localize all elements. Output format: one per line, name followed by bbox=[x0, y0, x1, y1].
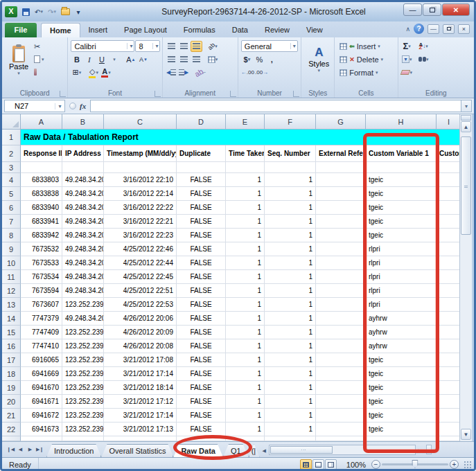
workbook-minimize-button[interactable]: — bbox=[427, 24, 439, 34]
cell-a21[interactable]: 6941672 bbox=[21, 409, 62, 423]
scroll-down-button[interactable]: ▼ bbox=[461, 429, 471, 440]
cell-b20[interactable]: 123.252.239.3 bbox=[62, 395, 104, 409]
cell-b21[interactable]: 123.252.239.3 bbox=[62, 409, 104, 423]
column-header-i[interactable]: I bbox=[437, 114, 461, 130]
cell-h14[interactable]: ayhrw bbox=[366, 312, 437, 326]
zoom-out-button[interactable]: − bbox=[371, 460, 380, 469]
cell-g15[interactable] bbox=[316, 326, 366, 339]
cell-c8[interactable]: 3/16/2012 22:23 bbox=[104, 229, 177, 242]
row-header-15[interactable]: 15 bbox=[2, 326, 21, 339]
cell-i8[interactable] bbox=[437, 229, 461, 242]
cell-f12[interactable]: 1 bbox=[265, 284, 316, 298]
cell-d14[interactable]: FALSE bbox=[177, 312, 226, 326]
cell-h16[interactable]: ayhrw bbox=[366, 339, 437, 353]
cell-e15[interactable]: 1 bbox=[226, 326, 265, 339]
cell-b12[interactable]: 49.248.34.202 bbox=[62, 284, 104, 298]
cell-f21[interactable]: 1 bbox=[265, 409, 316, 423]
align-bottom-button[interactable] bbox=[191, 41, 202, 52]
insert-function-dot[interactable] bbox=[69, 103, 76, 109]
cell-c19[interactable]: 3/21/2012 18:14 bbox=[104, 381, 177, 395]
cell-f17[interactable]: 1 bbox=[265, 353, 316, 367]
header-cell-7[interactable]: External Referrer bbox=[316, 145, 366, 162]
cell-d22[interactable]: FALSE bbox=[177, 423, 226, 436]
vertical-scroll-thumb[interactable] bbox=[461, 136, 471, 235]
row-header-10[interactable]: 10 bbox=[2, 256, 21, 270]
font-color-button[interactable]: A▾ bbox=[100, 67, 112, 78]
cell-h12[interactable]: rlpri bbox=[366, 284, 437, 298]
cell-c17[interactable]: 3/21/2012 17:08 bbox=[104, 353, 177, 367]
cell-f14[interactable]: 1 bbox=[265, 312, 316, 326]
vertical-scrollbar[interactable]: ▲ ▼ bbox=[459, 114, 472, 441]
cell-b19[interactable]: 123.252.239.3 bbox=[62, 381, 104, 395]
decrease-indent-button[interactable]: ◀ bbox=[166, 67, 177, 78]
format-cells-button[interactable]: Format▾ bbox=[337, 66, 396, 79]
cell-a15[interactable]: 7747409 bbox=[21, 326, 62, 339]
column-header-f[interactable]: F bbox=[265, 114, 316, 130]
column-header-g[interactable]: G bbox=[316, 114, 366, 130]
row-header-7[interactable]: 7 bbox=[2, 215, 21, 229]
column-header-a[interactable]: A bbox=[21, 114, 62, 130]
cell-i22[interactable] bbox=[437, 423, 461, 436]
row-header-12[interactable]: 12 bbox=[2, 284, 21, 298]
ribbon-tab-home[interactable]: Home bbox=[41, 23, 80, 37]
cell-b8[interactable]: 49.248.34.202 bbox=[62, 229, 104, 242]
align-middle-button[interactable] bbox=[178, 41, 190, 52]
align-top-button[interactable] bbox=[166, 41, 177, 52]
cell-h10[interactable]: rlpri bbox=[366, 256, 437, 270]
cell-c4[interactable]: 3/16/2012 22:10 bbox=[104, 173, 177, 187]
cell-d18[interactable]: FALSE bbox=[177, 367, 226, 381]
horizontal-scrollbar[interactable] bbox=[269, 445, 416, 455]
cell-h15[interactable]: ayhrw bbox=[366, 326, 437, 339]
cell-c16[interactable]: 4/26/2012 20:08 bbox=[104, 339, 177, 353]
cell-a18[interactable]: 6941669 bbox=[21, 367, 62, 381]
cell-g9[interactable] bbox=[316, 242, 366, 256]
cell-d6[interactable]: FALSE bbox=[177, 201, 226, 215]
cell-i6[interactable] bbox=[437, 201, 461, 215]
cell-b6[interactable]: 49.248.34.202 bbox=[62, 201, 104, 215]
cell-e20[interactable]: 1 bbox=[226, 395, 265, 409]
cell-f6[interactable]: 1 bbox=[265, 201, 316, 215]
cell-d16[interactable]: FALSE bbox=[177, 339, 226, 353]
column-header-b[interactable]: B bbox=[62, 114, 104, 130]
cell-a17[interactable]: 6916065 bbox=[21, 353, 62, 367]
currency-button[interactable]: $▾ bbox=[241, 54, 253, 65]
sheet-tab-introduction[interactable]: Introduction bbox=[46, 444, 101, 457]
cell-c10[interactable]: 4/25/2012 22:44 bbox=[104, 256, 177, 270]
fx-icon[interactable]: fx bbox=[80, 102, 86, 110]
empty-cell[interactable] bbox=[21, 162, 62, 173]
empty-cell[interactable] bbox=[104, 436, 177, 441]
cell-e5[interactable]: 1 bbox=[226, 187, 265, 201]
cell-f20[interactable]: 1 bbox=[265, 395, 316, 409]
empty-cell[interactable] bbox=[62, 162, 104, 173]
cell-c7[interactable]: 3/16/2012 22:21 bbox=[104, 215, 177, 229]
underline-button[interactable]: U bbox=[96, 54, 107, 65]
font-size-combo[interactable]: 8▾ bbox=[135, 40, 160, 52]
cell-a10[interactable]: 7673533 bbox=[21, 256, 62, 270]
cell-i12[interactable] bbox=[437, 284, 461, 298]
underline-dropdown[interactable]: ▾ bbox=[108, 54, 120, 65]
cell-f22[interactable]: 1 bbox=[265, 423, 316, 436]
shrink-font-button[interactable]: A▼ bbox=[137, 54, 149, 65]
cell-i20[interactable] bbox=[437, 395, 461, 409]
cell-b15[interactable]: 123.252.239.3 bbox=[62, 326, 104, 339]
comma-button[interactable]: , bbox=[266, 54, 278, 65]
cell-c6[interactable]: 3/16/2012 22:22 bbox=[104, 201, 177, 215]
align-right-button[interactable] bbox=[191, 54, 202, 65]
cell-a16[interactable]: 7747410 bbox=[21, 339, 62, 353]
header-cell-2[interactable]: IP Address bbox=[62, 145, 104, 162]
next-sheet-button[interactable]: ▶ bbox=[26, 445, 35, 455]
cell-b17[interactable]: 123.252.239.3 bbox=[62, 353, 104, 367]
name-box-dropdown-arrow[interactable]: ▾ bbox=[55, 103, 64, 109]
minimize-button[interactable]: — bbox=[403, 3, 422, 16]
cell-h8[interactable]: tgeic bbox=[366, 229, 437, 242]
cell-b14[interactable]: 49.248.34.202 bbox=[62, 312, 104, 326]
cell-h6[interactable]: tgeic bbox=[366, 201, 437, 215]
cell-d21[interactable]: FALSE bbox=[177, 409, 226, 423]
row-header-14[interactable]: 14 bbox=[2, 312, 21, 326]
formula-bar-expand-chevron[interactable]: ▾ bbox=[461, 100, 472, 112]
cell-g13[interactable] bbox=[316, 298, 366, 312]
cell-i19[interactable] bbox=[437, 381, 461, 395]
cell-h22[interactable]: tgeic bbox=[366, 423, 437, 436]
merge-center-button[interactable]: ▾ bbox=[207, 54, 219, 65]
cell-e16[interactable]: 1 bbox=[226, 339, 265, 353]
